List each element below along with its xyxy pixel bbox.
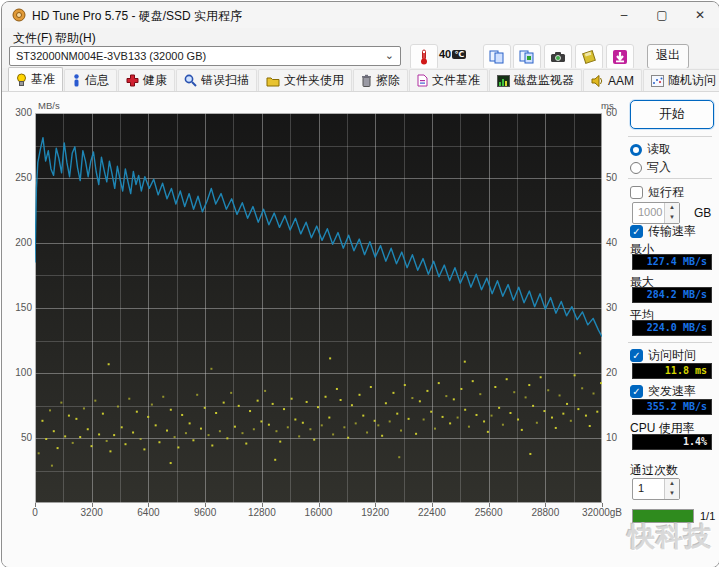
camera-icon [550,51,566,63]
max-value-display: 284.2 MB/s [632,287,712,303]
temperature-readout: 40℃ [439,48,466,60]
stepper-up-icon[interactable]: ▲ [665,479,679,489]
chart-area [35,113,602,503]
watermark: 快科技 [628,519,712,555]
download-button[interactable] [606,44,634,70]
short-stroke-label: 短行程 [648,184,684,201]
tab-health[interactable]: 健康 [118,69,175,91]
pass-count-stepper[interactable]: 1 ▲▼ [632,478,680,500]
tab-aam[interactable]: AAM [583,69,642,91]
save-icon [581,50,597,64]
axis-tick-label: 200 [6,237,32,248]
tab-strip: 基准 信息 健康 错误扫描 文件夹使用 擦除 文件基准 磁盘监视器 [2,68,719,92]
copy-icon [489,50,505,64]
axis-tick-label: 0 [32,507,38,518]
axis-tick-label: 10 [606,432,617,443]
axis-tick-label: 16000 [305,507,333,518]
maximize-icon[interactable]: ▢ [643,2,681,28]
axis-tick-label: 150 [6,302,32,313]
tab-info[interactable]: 信息 [64,69,117,91]
axis-tick-label: 20 [606,367,617,378]
speaker-icon [591,75,604,87]
gb-unit-label: GB [694,206,711,220]
axis-tick-mark [489,503,490,507]
folder-icon [266,75,280,87]
axis-tick-label: 3200 [81,507,103,518]
read-label: 读取 [647,141,671,158]
toolbar: ST32000NM004E-3VB133 (32000 GB) ⌄ 40℃ 退出 [2,46,719,68]
stepper-down-icon[interactable]: ▼ [665,489,679,499]
app-icon [12,8,26,25]
min-value-display: 127.4 MB/s [632,254,712,270]
bulb-icon [16,73,27,86]
screenshot-button[interactable] [544,44,572,70]
scatter-chart-icon [651,75,664,87]
transfer-rate-label: 传输速率 [648,223,696,240]
axis-tick-mark [319,503,320,507]
file-icon [417,74,428,87]
axis-tick-label: 12800 [248,507,276,518]
axis-tick-mark [148,503,149,507]
left-axis-unit: MB/s [38,100,60,111]
access-time-checkbox[interactable]: ✓ [630,349,643,362]
benchmark-chart [35,113,602,503]
write-label: 写入 [647,159,671,176]
axis-tick-label: 6400 [137,507,159,518]
axis-tick-label: 40 [606,237,617,248]
start-button[interactable]: 开始 [630,100,714,129]
axis-tick-label: 300 [6,107,32,118]
hd-tune-window: HD Tune Pro 5.75 - 硬盘/SSD 实用程序 – ▢ ✕ 文件(… [1,1,719,567]
short-stroke-size-stepper[interactable]: 1000 ▲▼ [632,202,680,224]
axis-tick-mark [602,503,603,507]
tab-benchmark[interactable]: 基准 [8,67,63,91]
title-bar[interactable]: HD Tune Pro 5.75 - 硬盘/SSD 实用程序 – ▢ ✕ [2,2,719,28]
minimize-icon[interactable]: – [605,2,643,28]
window-title: HD Tune Pro 5.75 - 硬盘/SSD 实用程序 [32,8,242,25]
info-icon [72,74,81,87]
axis-tick-mark [92,503,93,507]
copy-image-icon [519,50,535,64]
access-time-label: 访问时间 [648,347,696,364]
axis-tick-label: 50 [606,172,617,183]
stepper-down-icon[interactable]: ▼ [665,213,679,223]
axis-tick-label: 32000gB [582,507,622,518]
read-radio[interactable] [630,144,642,156]
temperature-button[interactable] [410,44,438,70]
avg-value-display: 224.0 MB/s [632,320,712,336]
tab-erase[interactable]: 擦除 [353,69,408,91]
exit-button[interactable]: 退出 [647,44,689,69]
monitor-chart-icon [497,75,510,87]
write-radio[interactable] [630,162,642,174]
trash-icon [361,74,372,87]
burst-rate-display: 355.2 MB/s [632,399,712,415]
thermometer-icon [419,49,429,65]
tab-folder-usage[interactable]: 文件夹使用 [258,69,352,91]
control-panel: 开始 读取 写入 短行程 1000 ▲▼ GB ✓ 传输速率 最小 127.4 … [624,92,718,567]
axis-tick-label: 250 [6,172,32,183]
chevron-down-icon: ⌄ [385,46,394,65]
axis-tick-label: 25600 [475,507,503,518]
axis-tick-label: 100 [6,367,32,378]
axis-tick-mark [35,503,36,507]
short-stroke-checkbox[interactable] [630,186,643,199]
save-button[interactable] [575,44,603,70]
tab-random-access[interactable]: 随机访问 [643,69,719,91]
axis-tick-mark [262,503,263,507]
axis-tick-label: 30 [606,302,617,313]
axis-tick-mark [545,503,546,507]
tab-error-scan[interactable]: 错误扫描 [176,69,257,91]
axis-tick-label: 28800 [531,507,559,518]
tab-disk-monitor[interactable]: 磁盘监视器 [489,69,582,91]
stepper-up-icon[interactable]: ▲ [665,203,679,213]
axis-tick-label: 60 [606,107,617,118]
burst-rate-label: 突发速率 [648,383,696,400]
copy-image-button[interactable] [513,44,541,70]
transfer-rate-checkbox[interactable]: ✓ [630,225,643,238]
close-icon[interactable]: ✕ [681,2,719,28]
copy-button[interactable] [483,44,511,70]
tab-file-benchmark[interactable]: 文件基准 [409,69,488,91]
drive-select[interactable]: ST32000NM004E-3VB133 (32000 GB) ⌄ [9,46,401,66]
burst-rate-checkbox[interactable]: ✓ [630,385,643,398]
axis-tick-mark [205,503,206,507]
drive-select-value: ST32000NM004E-3VB133 (32000 GB) [16,50,206,62]
